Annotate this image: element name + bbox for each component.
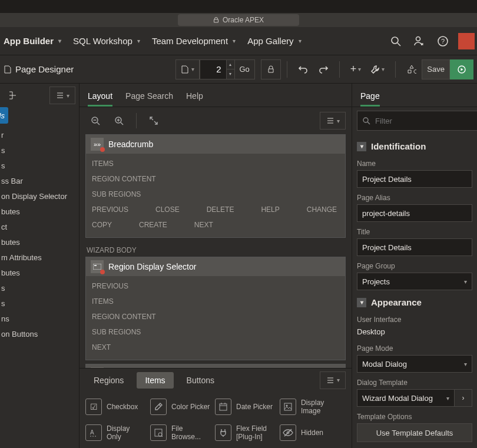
gallery-item-flex-field[interactable]: Flex Field [Plug-In] [213,420,277,446]
gallery-item-checkbox[interactable]: ☑Checkbox [83,394,148,420]
lock-button[interactable] [261,59,281,79]
tree-node[interactable]: ns [0,311,79,326]
nav-app-gallery[interactable]: App Gallery▾ [241,27,307,55]
slot[interactable]: PREVIOUS [92,202,137,217]
slot[interactable]: DELETE [207,202,243,217]
gallery-view-menu[interactable]: ▾ [320,371,346,389]
tree-node[interactable]: s [0,142,79,158]
nav-sql-workshop[interactable]: SQL Workshop▾ [67,27,146,55]
search-icon[interactable] [384,29,408,53]
slot[interactable]: REGION CONTENT [92,171,164,187]
dialog-template-select[interactable]: Wizard Modal Dialog▾› [357,389,472,407]
help-icon[interactable]: ? [431,29,455,53]
region-breadcrumb[interactable]: »» Breadcrumb ITEMS REGION CONTENT SUB R… [85,134,346,238]
svg-point-2 [416,36,420,41]
tree-node[interactable]: ct [0,219,79,234]
zoom-in-button[interactable] [109,111,129,131]
slot[interactable]: CLOSE [155,202,188,217]
undo-button[interactable] [293,59,313,79]
page-group-select[interactable]: Projects▾ [357,273,472,290]
toolbar-divider [339,61,340,78]
slot[interactable]: NEXT [194,217,221,233]
collapse-toggle[interactable]: ▾ [357,142,366,151]
nav-team-development[interactable]: Team Development▾ [146,27,241,55]
nav-app-builder[interactable]: App Builder▾ [2,27,67,55]
slot[interactable]: ITEMS [92,294,122,309]
name-input[interactable] [357,170,472,188]
tree-selected-pill[interactable]: ils [0,107,8,124]
tab-layout[interactable]: Layout [88,91,112,107]
filter-wrap[interactable] [357,111,477,131]
gallery-tab-regions[interactable]: Regions [85,372,132,389]
go-button[interactable]: Go [235,59,255,79]
utilities-button[interactable]: ▾ [366,59,389,79]
tree-node[interactable]: ss Bar [0,173,79,188]
save-button[interactable]: Save [422,59,450,79]
gallery-item-file-browse[interactable]: File Browse... [148,420,213,446]
gallery-tab-items[interactable]: Items [137,372,173,389]
tab-page[interactable]: Page [360,91,380,107]
page-mode-select[interactable]: Modal Dialog▾ [357,355,472,373]
gallery-item-date-picker[interactable]: Date Picker [213,394,277,420]
redo-button[interactable] [313,59,333,79]
slot[interactable]: CREATE [139,217,175,233]
svg-rect-15 [220,404,227,410]
tree-node[interactable]: butes [0,234,79,250]
tab-help[interactable]: Help [186,91,203,107]
region-title: Breadcrumb [108,140,153,149]
create-button[interactable]: +▾ [346,59,366,79]
tab-page-search[interactable]: Page Search [125,91,173,107]
slot[interactable]: PREVIOUS [92,278,137,294]
expand-button[interactable] [144,111,164,131]
tree-node[interactable]: m Attributes [0,250,79,265]
tree-node[interactable]: s [0,158,79,173]
page-finder-button[interactable]: ▾ [175,59,200,79]
shared-components-button[interactable] [402,59,422,79]
tree-node[interactable]: on Display Selector [0,188,79,204]
slot[interactable]: HELP [261,202,287,217]
gallery-tab-buttons[interactable]: Buttons [178,372,223,389]
gallery-item-hidden[interactable]: Hidden [277,420,342,446]
layout-canvas[interactable]: ◂ ▸ »» Breadcrumb ITEMS REGION CONTENT S… [80,134,352,368]
layout-view-menu[interactable]: ▾ [320,112,346,130]
tree-view-menu[interactable]: ▾ [49,87,75,104]
region-project[interactable]: </> Project PREVIOUS [85,364,346,368]
tree-node[interactable]: on Buttons [0,326,79,341]
oracle-logo[interactable] [458,33,475,49]
page-number-input[interactable] [200,59,227,79]
template-options-button[interactable]: Use Template Defaults [357,423,472,442]
browser-tab[interactable]: Oracle APEX [178,14,299,26]
tree-node[interactable]: s [0,280,79,296]
zoom-out-button[interactable] [85,111,105,131]
slot[interactable]: CHANGE [307,202,345,217]
alias-input[interactable] [357,204,472,222]
slot[interactable]: SUB REGIONS [92,324,149,340]
display-only-icon: A [85,424,102,441]
filter-input[interactable] [375,117,474,125]
tree-node[interactable]: butes [0,265,79,280]
slot[interactable]: ITEMS [92,156,122,171]
tree-list[interactable]: r s s ss Bar on Display Selector butes c… [0,127,79,448]
spinner-up-icon[interactable]: ▴ [227,60,234,70]
property-body[interactable]: ▾Identification Name Page Alias Title Pa… [352,134,477,448]
spinner-down-icon[interactable]: ▾ [227,69,234,79]
gallery-item-color-picker[interactable]: Color Picker [148,394,213,420]
slot[interactable]: REGION CONTENT [92,309,164,324]
run-button[interactable] [450,59,473,79]
gallery-item-display-image[interactable]: Display Image [277,394,342,420]
page-spinner[interactable]: ▴▾ [227,59,235,79]
slot[interactable]: NEXT [92,340,119,355]
tree-node[interactable]: r [0,127,79,142]
admin-icon[interactable] [408,29,431,53]
slot[interactable]: SUB REGIONS [92,187,149,202]
tree-tab-rendering[interactable] [4,85,24,105]
region-display-selector[interactable]: Region Display Selector PREVIOUS ITEMS R… [85,257,346,360]
title-input[interactable] [357,238,472,256]
tree-node[interactable]: s [0,296,79,311]
slot[interactable]: COPY [92,217,120,233]
gallery-item-display-only[interactable]: ADisplay Only [83,420,148,446]
collapse-toggle[interactable]: ▾ [357,298,366,307]
goto-template-button[interactable]: › [455,389,472,407]
section-heading: Identification [371,141,426,151]
tree-node[interactable]: butes [0,204,79,219]
